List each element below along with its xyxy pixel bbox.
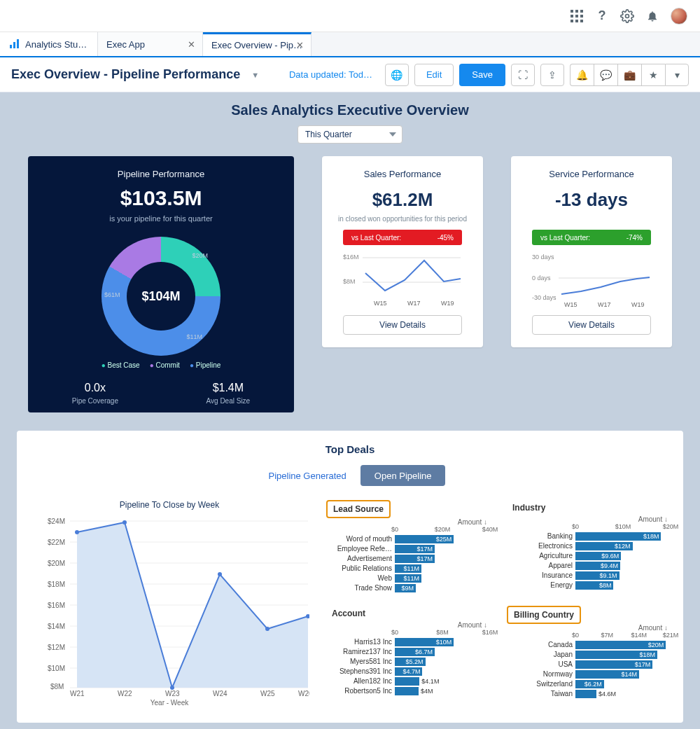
svg-text:$22M: $22M: [48, 539, 65, 546]
bar-row[interactable]: Advertisement$17M: [326, 554, 490, 563]
svg-rect-5: [580, 15, 583, 18]
svg-text:W21: W21: [70, 690, 85, 696]
title-dropdown-icon[interactable]: ▼: [251, 71, 259, 79]
pipeline-donut-chart[interactable]: $104M $20M $61M $11M: [102, 237, 220, 356]
download-button[interactable]: 💼: [617, 64, 641, 86]
bar-row[interactable]: Insurance$9.1M: [507, 571, 671, 580]
dashboard-title: Sales Analytics Executive Overview: [0, 92, 700, 125]
bar-row[interactable]: Japan$18M: [507, 650, 671, 659]
tab-open-pipeline[interactable]: Open Pipeline: [360, 465, 446, 486]
save-button[interactable]: Save: [459, 64, 505, 86]
tab-analytics-studio[interactable]: Analytics Stu…: [0, 32, 98, 56]
svg-text:W17: W17: [598, 301, 611, 308]
chatter-button[interactable]: 💬: [594, 64, 617, 86]
bar-row[interactable]: Banking$18M: [507, 532, 671, 541]
svg-text:$10M: $10M: [48, 665, 65, 672]
bar-row[interactable]: Energy$8M: [507, 581, 671, 590]
view-details-button[interactable]: View Details: [532, 315, 651, 335]
settings-icon[interactable]: [620, 9, 634, 23]
vs-last-quarter-pill: vs Last Quarter:-45%: [343, 230, 462, 245]
edit-button[interactable]: Edit: [414, 64, 454, 86]
svg-point-9: [626, 14, 629, 18]
bar-row[interactable]: Electronics$12M: [507, 541, 671, 550]
bar-row[interactable]: Allen182 Inc$4.1M: [326, 676, 490, 686]
help-icon[interactable]: ?: [595, 9, 609, 23]
svg-text:W19: W19: [441, 300, 454, 307]
svg-rect-10: [10, 45, 12, 48]
svg-point-50: [265, 627, 270, 631]
tab-pipeline-generated[interactable]: Pipeline Generated: [255, 465, 360, 486]
card-title: Sales Performance: [332, 169, 473, 179]
global-header: ?: [0, 0, 700, 32]
service-sparkline[interactable]: 30 days 0 days -30 days W15 W17 W19: [532, 252, 651, 308]
svg-rect-1: [575, 10, 578, 13]
bar-row[interactable]: Canada$20M: [507, 640, 671, 649]
alerts-button[interactable]: 🔔: [570, 64, 594, 86]
tab-exec-app[interactable]: Exec App ✕: [98, 32, 203, 56]
bar-row[interactable]: Employee Refe…$17M: [326, 544, 490, 553]
billing-country-chart[interactable]: Billing CountryAmount ↓$0$7M$14M$21MCana…: [507, 606, 671, 703]
bar-row[interactable]: USA$17M: [507, 660, 671, 669]
bar-row[interactable]: Harris13 Inc$10M: [326, 637, 490, 646]
svg-text:$24M: $24M: [48, 518, 65, 525]
bar-row[interactable]: Switzerland$6.2M: [507, 679, 671, 688]
lead-source-chart[interactable]: Lead SourceAmount ↓$0$20M$40MWord of mou…: [326, 500, 490, 597]
bar-row[interactable]: Apparel$9.4M: [507, 561, 671, 570]
bar-row[interactable]: Word of mouth$25M: [326, 534, 490, 543]
industry-chart[interactable]: IndustryAmount ↓$0$10M$20MBanking$18MEle…: [507, 500, 671, 597]
bar-row[interactable]: Normway$14M: [507, 669, 671, 679]
svg-rect-7: [575, 20, 578, 22]
svg-text:W19: W19: [631, 301, 645, 308]
data-updated-link[interactable]: Data updated: Tod…: [289, 69, 372, 80]
svg-text:$18M: $18M: [48, 581, 65, 588]
bar-row[interactable]: Stephens391 Inc$4.7M: [326, 667, 490, 676]
svg-text:$8M: $8M: [343, 278, 356, 285]
bar-row[interactable]: Trade Show$9M: [326, 583, 490, 592]
dashboard-canvas[interactable]: Sales Analytics Executive Overview This …: [0, 92, 700, 729]
bar-row[interactable]: Web$11M: [326, 574, 490, 583]
more-button[interactable]: ▾: [665, 64, 689, 86]
svg-text:$16M: $16M: [48, 602, 65, 609]
bar-row[interactable]: Robertson5 Inc$4M: [326, 686, 490, 695]
amount-header: Amount ↓: [507, 624, 671, 632]
action-cluster: 🔔 💬 💼 ★ ▾: [570, 64, 689, 86]
svg-text:W23: W23: [165, 690, 180, 696]
segment-label: $20M: [192, 252, 208, 259]
svg-text:$16M: $16M: [343, 254, 359, 261]
svg-text:$14M: $14M: [48, 623, 65, 630]
account-chart[interactable]: AccountAmount ↓$0$8M$16MHarris13 Inc$10M…: [326, 606, 490, 703]
share-button[interactable]: ⇪: [540, 64, 564, 86]
amount-header: Amount ↓: [326, 518, 490, 526]
avg-deal-size-metric: $1.4MAvg Deal Size: [206, 382, 251, 405]
sales-value: $61.2M: [332, 189, 473, 211]
bar-row[interactable]: Ramirez137 Inc$6.7M: [326, 647, 490, 656]
svg-point-46: [75, 530, 79, 534]
sales-sparkline[interactable]: $16M $8M W15 W17 W19: [343, 252, 462, 308]
permissions-button[interactable]: 🌐: [385, 64, 409, 86]
bar-row[interactable]: Myers581 Inc$5.2M: [326, 657, 490, 666]
pipeline-to-close-chart[interactable]: Pipeline To Close by Week $24M$22M$20M $…: [29, 500, 309, 703]
view-details-button[interactable]: View Details: [343, 315, 462, 335]
bar-row[interactable]: Taiwan$4.6M: [507, 689, 671, 698]
favorite-button[interactable]: ★: [641, 64, 665, 86]
svg-text:W22: W22: [118, 690, 132, 696]
svg-rect-11: [13, 42, 15, 48]
apps-icon[interactable]: [570, 9, 584, 23]
bar-row[interactable]: Agriculture$9.6M: [507, 551, 671, 560]
svg-text:W26: W26: [298, 690, 309, 696]
user-avatar[interactable]: [671, 8, 687, 25]
close-icon[interactable]: ✕: [188, 39, 195, 50]
fullscreen-button[interactable]: ⛶: [511, 64, 535, 86]
tab-label: Exec App: [106, 39, 145, 50]
period-select[interactable]: This Quarter: [298, 125, 402, 144]
notifications-icon[interactable]: [645, 9, 659, 23]
amount-header: Amount ↓: [507, 515, 671, 523]
close-icon[interactable]: ✕: [296, 40, 304, 50]
sales-subtitle: in closed won opportunities for this per…: [332, 215, 473, 223]
bar-row[interactable]: Public Relations$11M: [326, 564, 490, 573]
svg-text:0 days: 0 days: [532, 275, 551, 282]
svg-point-47: [122, 520, 127, 525]
tab-exec-overview[interactable]: Exec Overview - Pip… ✕: [203, 32, 312, 56]
tab-label: Exec Overview - Pip…: [211, 40, 302, 50]
panel-title: Top Deals: [29, 443, 671, 455]
